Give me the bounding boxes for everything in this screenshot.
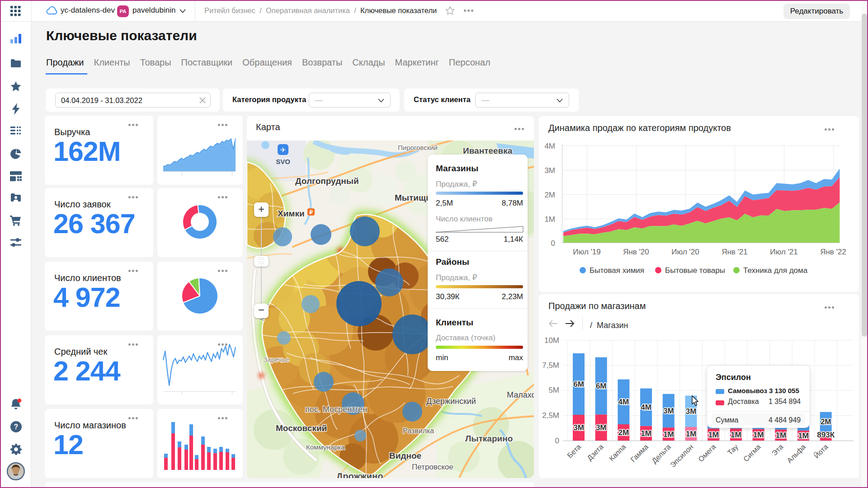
svg-text:1М: 1М [753,431,764,439]
svg-text:Развилка: Развилка [403,427,434,435]
svg-text:10M: 10M [544,336,559,345]
svg-text:1М: 1М [775,431,786,440]
svg-text:Эта: Эта [770,443,785,457]
svg-text:Дрожжино: Дрожжино [336,471,383,478]
svg-text:Июл '19: Июл '19 [573,248,600,256]
svg-text:2,5M: 2,5M [542,411,559,420]
svg-text:Петровское: Петровское [412,463,453,471]
svg-text:4М: 4М [641,403,651,412]
svg-text:Омега: Омега [697,443,717,463]
svg-text:1М: 1М [798,432,809,440]
svg-text:Видное: Видное [389,451,421,460]
svg-text:0: 0 [551,239,555,248]
svg-text:Дзержинский: Дзержинский [426,397,476,406]
svg-text:6М: 6М [596,382,607,390]
svg-text:Дзета: Дзета [585,443,604,462]
svg-text:₽: ₽ [309,209,313,216]
svg-text:2М: 2М [821,418,831,426]
svg-text:✈: ✈ [280,146,286,154]
svg-text:Долгопрудный: Долгопрудный [295,176,359,186]
svg-text:Лыткарино: Лыткарино [465,434,513,443]
svg-text:Янв '21: Янв '21 [722,248,748,256]
svg-text:Дельта: Дельта [650,443,672,465]
svg-text:Коммунарка: Коммунарка [306,443,345,451]
svg-text:Тау: Тау [726,443,740,456]
svg-text:1М: 1М [686,430,697,438]
svg-text:Московский: Московский [276,423,327,433]
svg-text:Сигма: Сигма [742,443,762,463]
svg-text:Химки: Химки [278,209,305,218]
svg-text:3M: 3M [544,166,555,175]
svg-text:Заречье: Заречье [263,356,289,363]
svg-text:3М: 3М [663,407,674,415]
svg-text:Янв '22: Янв '22 [820,248,846,256]
svg-text:SVO: SVO [276,158,290,165]
svg-text:1М: 1М [663,430,674,439]
svg-text:Альфа: Альфа [785,443,807,465]
svg-text:1М: 1М [708,431,719,439]
svg-text:893К: 893К [817,431,835,439]
svg-text:Малахов: Малахов [507,390,534,399]
svg-text:Июл '20: Июл '20 [671,248,699,256]
svg-text:?: ? [14,423,19,431]
svg-text:0: 0 [555,436,559,445]
svg-text:7,5M: 7,5M [542,361,559,370]
svg-text:Бета: Бета [566,443,582,460]
svg-text:Гамма: Гамма [629,443,650,464]
svg-text:3М: 3М [686,407,697,416]
svg-text:Бытовые товары: Бытовые товары [665,266,725,275]
svg-text:6М: 6М [573,380,584,389]
svg-text:Каппа: Каппа [608,443,627,463]
svg-text:3М: 3М [596,423,607,432]
svg-text:Эпсилон: Эпсилон [669,443,695,469]
svg-text:Ивантеевка: Ивантеевка [463,146,513,155]
svg-text:Техника для дома: Техника для дома [743,266,808,275]
svg-text:4M: 4M [544,142,555,150]
svg-text:пос. Мосрентген: пос. Мосрентген [305,405,367,414]
svg-text:4М: 4М [618,398,629,406]
svg-text:Бытовая химия: Бытовая химия [590,266,644,275]
svg-text:1М: 1М [731,431,741,439]
svg-text:Июл '21: Июл '21 [770,248,797,256]
svg-text:Мытищи: Мытищи [395,193,431,202]
svg-text:2М: 2М [618,428,629,437]
svg-text:1М: 1М [641,429,651,438]
svg-text:Янв '20: Янв '20 [623,248,649,256]
svg-text:1M: 1M [544,215,555,224]
svg-text:2M: 2M [544,191,555,199]
svg-text:3М: 3М [573,423,584,432]
svg-text:Пироговский: Пироговский [398,144,438,151]
svg-text:Йота: Йота [812,442,830,460]
svg-text:5M: 5M [548,386,559,394]
